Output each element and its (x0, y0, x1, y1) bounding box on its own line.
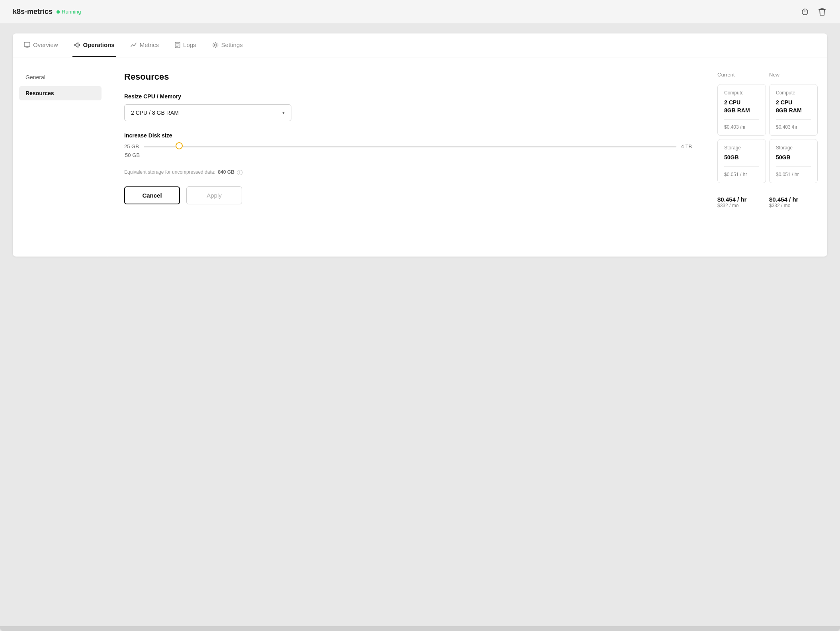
main-wrapper: Overview Operations Metrics (0, 24, 840, 626)
monitor-icon (24, 42, 30, 48)
sidebar-resources-label: Resources (25, 90, 54, 96)
new-total-hr: $0.454 / hr (769, 196, 818, 203)
current-compute-cpu: 2 CPU (724, 99, 759, 107)
delete-button[interactable] (817, 6, 827, 18)
doc-icon (175, 42, 180, 48)
new-storage-card: Storage 50GB $0.051 / hr (769, 139, 818, 183)
new-compute-divider (776, 119, 811, 120)
slider-track (144, 146, 676, 147)
megaphone-icon (74, 42, 80, 48)
tab-logs[interactable]: Logs (173, 33, 198, 57)
new-storage-label: Storage (776, 145, 811, 151)
current-compute-ram: 8GB RAM (724, 107, 759, 115)
svg-point-2 (214, 44, 216, 46)
slider-row: 25 GB 4 TB (124, 143, 692, 149)
slider-thumb[interactable] (176, 142, 183, 149)
new-storage-divider (776, 167, 811, 167)
topbar: k8s-metrics Running (0, 0, 840, 24)
chart-icon (131, 42, 137, 48)
current-storage-size: 50GB (724, 154, 759, 162)
topbar-right (799, 6, 827, 18)
new-compute-card: Compute 2 CPU 8GB RAM $0.403 /hr (769, 84, 818, 136)
slider-min-label: 25 GB (124, 143, 139, 149)
content-layout: General Resources Resources Resize CPU /… (13, 57, 827, 257)
info-icon[interactable]: i (237, 170, 242, 175)
current-compute-price: $0.403 /hr (724, 124, 759, 130)
current-storage-divider (724, 167, 759, 167)
storage-cards: Storage 50GB $0.051 / hr Storage 50GB $0… (717, 139, 818, 183)
compute-cards: Compute 2 CPU 8GB RAM $0.403 /hr Compute… (717, 84, 818, 136)
current-compute-label: Compute (724, 90, 759, 96)
pricing-panel: Current New Compute 2 CPU 8GB RAM $0.403… (708, 57, 827, 257)
sidebar: General Resources (13, 57, 108, 257)
tabs-bar: Overview Operations Metrics (13, 33, 827, 57)
current-storage-label: Storage (724, 145, 759, 151)
slider-container[interactable] (144, 145, 676, 148)
current-col-label: Current (717, 72, 766, 78)
new-compute-ram: 8GB RAM (776, 107, 811, 115)
sidebar-item-general[interactable]: General (19, 70, 102, 84)
new-compute-cpu: 2 CPU (776, 99, 811, 107)
tab-metrics-label: Metrics (140, 41, 159, 48)
equiv-text: Equivalent storage for uncompressed data… (124, 169, 692, 175)
tab-overview-label: Overview (33, 41, 58, 48)
main-card: Overview Operations Metrics (13, 33, 827, 257)
status-badge: Running (57, 9, 81, 15)
tab-settings-label: Settings (221, 41, 243, 48)
cpu-memory-select[interactable]: 2 CPU / 8 GB RAM ▾ (124, 104, 291, 121)
cpu-memory-select-wrapper: 2 CPU / 8 GB RAM ▾ (124, 104, 692, 121)
current-total-mo: $332 / mo (717, 203, 766, 208)
slider-value: 50 GB (125, 152, 692, 158)
gear-icon (212, 42, 219, 48)
new-total-mo: $332 / mo (769, 203, 818, 208)
apply-button[interactable]: Apply (186, 186, 242, 204)
pricing-total: $0.454 / hr $332 / mo $0.454 / hr $332 /… (717, 188, 818, 212)
action-row: Cancel Apply (124, 186, 692, 204)
tab-metrics[interactable]: Metrics (129, 33, 160, 57)
new-compute-price: $0.403 /hr (776, 124, 811, 130)
new-storage-price: $0.051 / hr (776, 172, 811, 177)
cpu-memory-value: 2 CPU / 8 GB RAM (131, 110, 179, 116)
pricing-header: Current New (717, 72, 818, 78)
new-compute-label: Compute (776, 90, 811, 96)
resize-cpu-label: Resize CPU / Memory (124, 93, 692, 100)
new-storage-size: 50GB (776, 154, 811, 162)
topbar-left: k8s-metrics Running (13, 8, 81, 16)
equiv-value: 840 GB (218, 169, 234, 175)
sidebar-item-resources[interactable]: Resources (19, 86, 102, 100)
section-title: Resources (124, 72, 692, 82)
scrollbar[interactable] (0, 626, 840, 631)
tab-settings[interactable]: Settings (211, 33, 244, 57)
tab-logs-label: Logs (183, 41, 196, 48)
current-storage-card: Storage 50GB $0.051 / hr (717, 139, 766, 183)
main-panel: Resources Resize CPU / Memory 2 CPU / 8 … (108, 57, 708, 257)
tab-operations-label: Operations (83, 41, 115, 48)
status-dot (57, 10, 60, 14)
pricing-total-row: $0.454 / hr $332 / mo $0.454 / hr $332 /… (717, 193, 818, 212)
disk-label: Increase Disk size (124, 132, 692, 139)
chevron-down-icon: ▾ (282, 110, 285, 116)
current-total-card: $0.454 / hr $332 / mo (717, 193, 766, 212)
equiv-label: Equivalent storage for uncompressed data… (124, 169, 215, 175)
power-button[interactable] (799, 6, 811, 18)
svg-rect-0 (24, 42, 30, 47)
status-text: Running (62, 9, 81, 15)
tab-operations[interactable]: Operations (72, 33, 116, 57)
app-name: k8s-metrics (13, 8, 53, 16)
sidebar-general-label: General (25, 74, 45, 80)
current-total-hr: $0.454 / hr (717, 196, 766, 203)
new-total-card: $0.454 / hr $332 / mo (769, 193, 818, 212)
disk-current-value: 50 (125, 152, 131, 158)
disk-unit: GB (132, 152, 140, 158)
tab-overview[interactable]: Overview (22, 33, 60, 57)
current-compute-divider (724, 119, 759, 120)
cancel-button[interactable]: Cancel (124, 186, 180, 204)
new-col-label: New (769, 72, 818, 78)
slider-max-label: 4 TB (681, 143, 692, 149)
disk-section: Increase Disk size 25 GB 4 TB 50 GB (124, 132, 692, 158)
current-storage-price: $0.051 / hr (724, 172, 759, 177)
current-compute-card: Compute 2 CPU 8GB RAM $0.403 /hr (717, 84, 766, 136)
